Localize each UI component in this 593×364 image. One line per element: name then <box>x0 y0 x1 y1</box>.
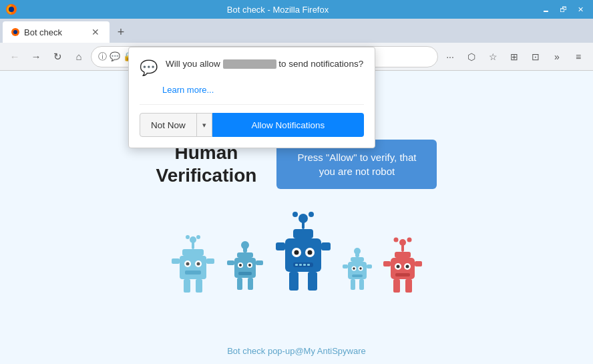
svg-point-77 <box>394 237 399 242</box>
svg-rect-14 <box>185 270 201 275</box>
svg-rect-56 <box>367 264 372 268</box>
svg-rect-66 <box>393 279 400 293</box>
svg-point-76 <box>399 239 406 246</box>
minimize-button[interactable]: 🗕 <box>538 2 553 17</box>
svg-point-17 <box>186 235 190 239</box>
svg-rect-9 <box>206 258 214 264</box>
svg-rect-6 <box>184 279 190 293</box>
sidebar-button[interactable]: ⊡ <box>526 47 545 66</box>
titlebar: Bot check - Mozilla Firefox 🗕 🗗 ✕ <box>0 0 593 19</box>
refresh-button[interactable]: ↻ <box>48 47 67 66</box>
svg-rect-24 <box>256 260 263 265</box>
notification-icon: 💬 <box>110 51 120 61</box>
svg-rect-23 <box>227 260 234 265</box>
maximize-button[interactable]: 🗗 <box>556 2 570 17</box>
svg-rect-37 <box>321 242 331 250</box>
svg-rect-44 <box>299 264 302 266</box>
not-now-label: Not Now <box>140 114 197 136</box>
svg-point-13 <box>197 262 200 265</box>
titlebar-title: Bot check - Mozilla Firefox <box>17 5 538 15</box>
svg-rect-36 <box>276 242 285 250</box>
not-now-button[interactable]: Not Now ▾ <box>140 113 212 137</box>
notification-actions: Not Now ▾ Allow Notifications <box>140 104 364 137</box>
svg-point-49 <box>292 212 298 217</box>
allow-notifications-button[interactable]: Allow Notifications <box>212 113 364 137</box>
svg-rect-19 <box>237 252 253 258</box>
notification-text: Will you allow to send notifications? <box>166 58 363 71</box>
pocket-button[interactable]: ⬡ <box>462 47 481 66</box>
svg-point-63 <box>354 248 361 254</box>
svg-rect-64 <box>395 252 411 258</box>
svg-rect-7 <box>196 279 202 293</box>
home-button[interactable]: ⌂ <box>69 47 88 66</box>
robot-4-icon <box>341 242 373 296</box>
tabbar: Bot check ✕ + <box>0 19 593 43</box>
svg-point-60 <box>359 267 361 269</box>
new-tab-button[interactable]: + <box>111 23 131 41</box>
notification-header: 💬 Will you allow to send notifications? <box>140 58 364 77</box>
svg-point-59 <box>353 267 355 269</box>
svg-rect-45 <box>303 264 306 266</box>
svg-rect-4 <box>182 249 204 256</box>
tab-label: Bot check <box>24 27 62 37</box>
more-tools-button[interactable]: » <box>548 47 566 66</box>
robot-5-icon <box>381 234 424 296</box>
svg-rect-68 <box>383 261 391 266</box>
active-tab[interactable]: Bot check ✕ <box>3 21 110 43</box>
more-button[interactable]: ··· <box>441 47 459 66</box>
svg-rect-51 <box>351 257 364 262</box>
back-button[interactable]: ← <box>5 47 24 66</box>
svg-rect-61 <box>352 275 363 277</box>
not-now-arrow-icon[interactable]: ▾ <box>197 114 212 136</box>
svg-rect-32 <box>293 229 313 238</box>
firefox-logo-icon <box>5 3 17 15</box>
svg-point-27 <box>239 264 242 266</box>
svg-point-1 <box>9 7 14 12</box>
svg-rect-69 <box>415 261 422 266</box>
svg-point-50 <box>309 212 314 217</box>
svg-point-41 <box>308 250 313 254</box>
svg-point-3 <box>13 30 17 34</box>
tab-close-button[interactable]: ✕ <box>89 26 102 38</box>
svg-point-31 <box>241 241 249 249</box>
menu-button[interactable]: ≡ <box>569 47 588 66</box>
svg-point-18 <box>196 235 200 239</box>
info-icon: ⓘ <box>98 51 107 63</box>
tab-favicon-icon <box>11 27 20 37</box>
learn-more-link[interactable]: Learn more... <box>162 85 364 95</box>
robot-3-icon <box>273 209 333 296</box>
bookmark-button[interactable]: ☆ <box>483 47 502 66</box>
svg-point-78 <box>407 237 412 242</box>
svg-rect-21 <box>237 278 242 290</box>
svg-rect-34 <box>289 272 299 291</box>
svg-point-12 <box>186 262 190 265</box>
forward-button[interactable]: → <box>27 47 45 66</box>
svg-point-40 <box>294 250 299 254</box>
svg-rect-74 <box>395 273 410 277</box>
toolbar-right: ··· ⬡ ☆ ⊞ ⊡ » ≡ <box>441 47 588 66</box>
close-button[interactable]: ✕ <box>573 2 588 17</box>
robot-2-icon <box>225 236 265 296</box>
svg-rect-8 <box>172 258 180 264</box>
svg-rect-43 <box>295 264 298 266</box>
svg-rect-53 <box>351 279 355 290</box>
notification-popup-icon: 💬 <box>140 59 158 77</box>
robot-1-icon <box>169 229 217 296</box>
library-button[interactable]: ⊞ <box>505 47 524 66</box>
svg-point-72 <box>397 264 400 268</box>
svg-point-28 <box>248 264 251 266</box>
svg-rect-55 <box>343 264 348 268</box>
svg-point-73 <box>406 264 409 268</box>
svg-point-16 <box>190 236 196 243</box>
svg-rect-35 <box>308 272 317 291</box>
titlebar-left <box>5 3 17 15</box>
footer-text: Bot check pop-up@My AntiSpyware <box>227 346 366 356</box>
svg-rect-22 <box>248 278 253 290</box>
blurred-domain <box>223 59 276 69</box>
notification-popup: 💬 Will you allow to send notifications? … <box>128 47 375 148</box>
robots-section <box>169 209 424 296</box>
svg-rect-5 <box>180 256 206 279</box>
svg-rect-67 <box>405 279 412 293</box>
svg-rect-54 <box>359 279 364 290</box>
titlebar-controls: 🗕 🗗 ✕ <box>538 2 588 17</box>
